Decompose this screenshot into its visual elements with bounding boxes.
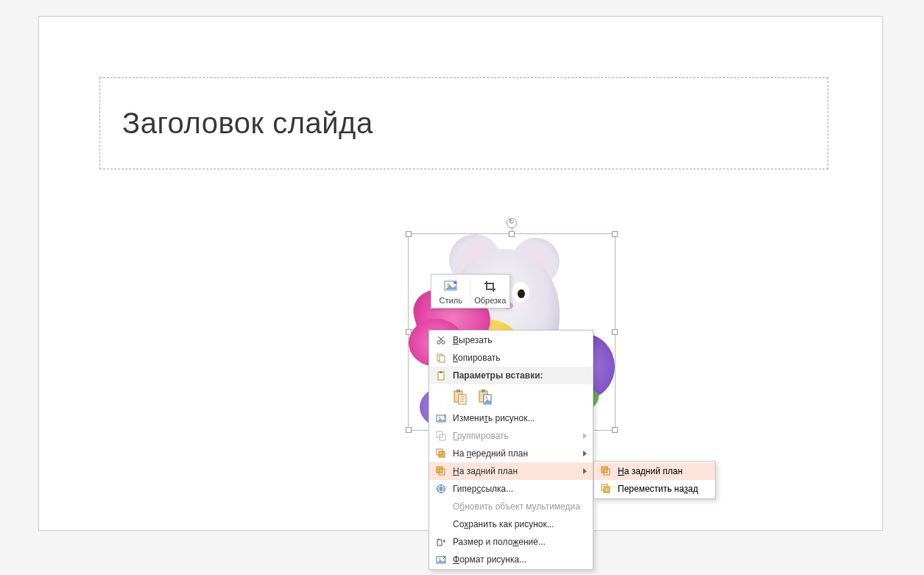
svg-rect-13 [482,389,485,392]
group-icon [432,427,450,445]
svg-point-2 [454,281,456,284]
svg-point-4 [442,341,445,344]
clipboard-icon [432,367,450,384]
bring-to-front-icon [432,445,450,462]
menu-change-picture-label: Изменить рисунок... [450,413,587,423]
menu-copy[interactable]: Копировать [429,349,593,367]
menu-size-position-label: Размер и положение... [450,537,587,547]
svg-rect-28 [602,467,607,473]
send-to-back-icon [597,462,615,480]
resize-handle-tm[interactable] [509,231,515,237]
svg-rect-20 [439,451,445,457]
change-picture-icon [432,409,450,427]
menu-copy-label: Копировать [450,353,587,363]
menu-paste-options-header: Параметры вставки: [429,367,593,384]
resize-handle-tr[interactable] [612,231,618,237]
menu-group: Группировать [429,427,593,445]
menu-save-as-picture-label: Сохранить как рисунок... [450,519,587,529]
svg-point-17 [439,417,441,419]
resize-handle-mr[interactable] [612,329,618,335]
paste-options-row [429,384,593,409]
picture-style-icon [443,279,458,294]
paste-option-keep-source[interactable] [450,387,470,407]
menu-update-media-label: Обновить объект мультимедиа [450,501,587,512]
menu-size-and-position[interactable]: Размер и положение... [429,533,593,551]
svg-rect-22 [437,467,442,473]
chevron-right-icon [583,433,587,439]
svg-rect-10 [456,389,460,392]
menu-format-picture[interactable]: Формат рисунка... [429,551,593,568]
mini-crop-label: Обрезка [474,296,506,305]
resize-handle-tl[interactable] [406,231,412,237]
svg-point-3 [437,341,440,344]
chevron-right-icon [583,468,587,474]
paste-option-picture[interactable] [475,387,495,407]
copy-icon [432,349,450,367]
chevron-right-icon [583,451,587,456]
mini-crop-button[interactable]: Обрезка [470,275,510,308]
resize-handle-ml[interactable] [406,329,412,335]
menu-hyperlink-label: Гиперссылка... [450,484,587,494]
title-placeholder[interactable]: Заголовок слайда [99,77,828,169]
blank-icon [432,515,450,533]
clipboard-picture-icon [478,389,493,405]
submenu-send-backward-label: Переместить назад [615,484,709,494]
resize-handle-bl[interactable] [406,427,412,433]
resize-handle-br[interactable] [612,427,618,433]
send-to-back-icon [432,462,450,480]
mini-style-button[interactable]: Стиль [431,275,470,308]
submenu-send-backward[interactable]: Переместить назад [594,480,715,498]
svg-rect-6 [440,356,445,362]
menu-hyperlink[interactable]: Гиперссылка... [429,480,593,498]
menu-paste-options-label: Параметры вставки: [450,370,587,381]
rotate-handle[interactable] [507,218,517,228]
menu-send-to-back-label: На задний план [450,466,579,476]
menu-update-media: Обновить объект мультимедиа [429,498,593,515]
menu-bring-to-front-label: На передний план [450,448,579,459]
menu-cut-label: Вырезать [450,335,587,345]
hyperlink-icon [432,480,450,498]
send-backward-icon [597,480,615,498]
context-menu: Вырезать Копировать Параметры вставки: И… [429,330,593,570]
submenu-send-to-back[interactable]: На задний план [594,462,715,480]
svg-point-15 [486,397,488,399]
mini-style-label: Стиль [440,296,462,305]
menu-change-picture[interactable]: Изменить рисунок... [429,409,593,427]
menu-save-as-picture[interactable]: Сохранить как рисунок... [429,515,593,533]
format-picture-icon [432,551,450,568]
menu-send-to-back[interactable]: На задний план [429,462,593,480]
slide-title-text: Заголовок слайда [122,107,373,140]
scissors-icon [432,331,450,349]
submenu-send-to-back-label: На задний план [615,466,709,476]
svg-rect-31 [604,487,610,493]
blank-icon [432,498,450,515]
menu-bring-to-front[interactable]: На передний план [429,445,593,462]
clipboard-paste-icon [453,389,468,405]
svg-point-27 [439,558,441,560]
svg-rect-25 [437,540,442,546]
menu-format-picture-label: Формат рисунка... [450,554,587,565]
crop-icon [483,279,498,294]
send-to-back-submenu: На задний план Переместить назад [593,461,716,499]
menu-group-label: Группировать [450,431,579,441]
menu-cut[interactable]: Вырезать [429,331,593,349]
mini-toolbar: Стиль Обрезка [431,274,510,308]
size-position-icon [432,533,450,551]
svg-rect-8 [440,371,442,373]
